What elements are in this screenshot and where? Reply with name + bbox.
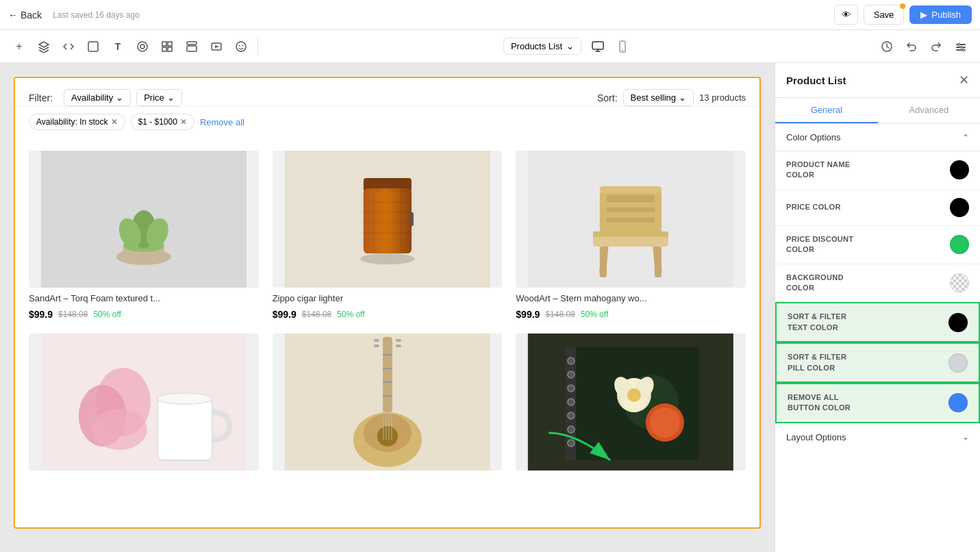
svg-rect-7 [187,42,197,45]
svg-point-95 [627,388,641,402]
product-card[interactable] [29,334,259,481]
redo-icon[interactable] [925,36,947,58]
color-options-section-header[interactable]: Color Options ⌃ [775,124,980,151]
section-icon[interactable] [82,36,104,58]
price-color-label: PRICE COLOR [786,202,841,212]
code-icon[interactable] [58,36,79,58]
tab-general[interactable]: General [775,98,878,123]
undo-icon[interactable] [901,36,922,58]
back-label: Back [21,10,42,21]
svg-rect-78 [395,339,401,342]
layers-icon[interactable] [33,36,55,58]
background-color-label: BACKGROUNDCOLOR [786,273,844,294]
products-grid: SandArt – Torq Foam textured t... $99.9 … [15,137,759,495]
canvas-area: Filter: Availability ⌄ Price ⌄ Sort: Bes… [0,63,775,552]
svg-rect-3 [162,42,166,46]
saved-text: Last saved 16 days ago [53,10,826,20]
price-tag[interactable]: $1 - $1000 ✕ [131,114,194,130]
history-icon[interactable] [876,36,898,58]
svg-point-11 [236,42,246,51]
svg-point-88 [568,426,575,433]
svg-rect-72 [382,354,392,355]
svg-rect-0 [88,42,98,51]
save-label: Save [874,10,894,20]
desktop-icon[interactable] [587,36,609,58]
svg-point-67 [377,426,397,447]
layout-icon[interactable] [181,36,203,58]
panel-close-button[interactable]: ✕ [959,73,969,88]
availability-tag-remove-icon[interactable]: ✕ [111,117,118,127]
product-card[interactable]: Zippo cigar lighter $99.9 $148.08 50% of… [273,151,503,320]
svg-marker-10 [215,45,219,48]
media-icon[interactable] [205,36,227,58]
availability-tag[interactable]: Availability: In stock ✕ [29,114,125,130]
publish-button[interactable]: ▶ Publish [909,5,972,24]
sort-select[interactable]: Best selling ⌄ [623,89,694,106]
product-discount: 50% off [93,310,121,319]
svg-point-60 [92,409,147,450]
svg-rect-64 [382,337,392,412]
price-filter-button[interactable]: Price ⌄ [136,89,182,106]
main-layout: Filter: Availability ⌄ Price ⌄ Sort: Bes… [0,63,980,552]
price-discount-color-swatch[interactable] [950,235,969,254]
panel-header: Product List ✕ [775,63,980,98]
product-card[interactable] [273,334,503,481]
preview-button[interactable]: 👁 [834,5,858,25]
product-pricing: $99.9 $148.08 50% off [273,309,503,320]
layout-options-section-header[interactable]: Layout Options ⌄ [775,423,980,451]
page-selector[interactable]: Products List ⌄ [503,38,581,55]
tab-advanced[interactable]: Advanced [878,98,981,123]
svg-rect-6 [168,47,172,51]
color-options-chevron-icon: ⌃ [962,133,969,142]
remove-all-button-color-label: REMOVE ALLBUTTON COLOR [788,392,851,414]
product-card[interactable]: SandArt – Torq Foam textured t... $99.9 … [29,151,259,320]
price-filter-label: Price [144,92,164,103]
product-name: Zippo cigar lighter [273,293,503,303]
sort-filter-pill-color-row: SORT & FILTERPILL COLOR [775,342,980,383]
svg-rect-23 [963,49,964,51]
svg-rect-79 [395,344,401,347]
svg-rect-54 [600,212,662,218]
availability-filter-label: Availability [71,92,113,103]
product-name: WoodArt – Stern mahogany wo... [516,293,746,303]
device-icons [587,36,633,58]
price-tag-remove-icon[interactable]: ✕ [180,117,187,127]
image-icon[interactable] [131,36,153,58]
mobile-icon[interactable] [612,36,633,58]
price-color-swatch[interactable] [950,198,969,217]
add-element-icon[interactable]: + [8,36,30,58]
back-button[interactable]: ← Back [8,10,42,21]
svg-point-62 [158,393,212,404]
eye-icon: 👁 [842,10,851,20]
back-arrow-icon: ← [8,10,18,21]
layout-options-label: Layout Options [786,432,846,442]
text-icon[interactable]: T [107,36,129,58]
toolbar-separator [257,38,258,55]
remove-all-button[interactable]: Remove all [200,117,244,127]
panel-content: Color Options ⌃ PRODUCT NAMECOLOR PRICE … [775,124,980,552]
svg-rect-5 [162,47,166,51]
filter-bar: Filter: Availability ⌄ Price ⌄ Sort: Bes… [15,78,759,107]
product-discount: 50% off [581,310,608,319]
remove-all-button-color-swatch[interactable] [948,393,968,412]
product-card[interactable] [516,334,746,481]
availability-filter-button[interactable]: Availability ⌄ [64,89,131,106]
layout-options-chevron-icon: ⌄ [962,432,969,442]
emoji-icon[interactable] [230,36,252,58]
product-price: $99.9 [516,309,540,320]
svg-rect-73 [382,368,392,369]
settings-icon[interactable] [950,36,972,58]
product-card[interactable]: WoodArt – Stern mahogany wo... $99.9 $14… [516,151,746,320]
sort-filter-text-color-swatch[interactable] [948,313,968,332]
svg-point-42 [360,253,414,264]
product-image [516,334,746,471]
sort-filter-pill-color-swatch[interactable] [948,353,968,373]
grid-icon[interactable] [156,36,178,58]
save-button[interactable]: Save [864,5,905,25]
svg-point-2 [140,45,145,49]
svg-rect-8 [187,46,197,51]
svg-point-1 [138,42,147,51]
product-name-color-swatch[interactable] [950,160,969,179]
product-image [273,334,503,471]
background-color-swatch[interactable] [950,273,969,292]
